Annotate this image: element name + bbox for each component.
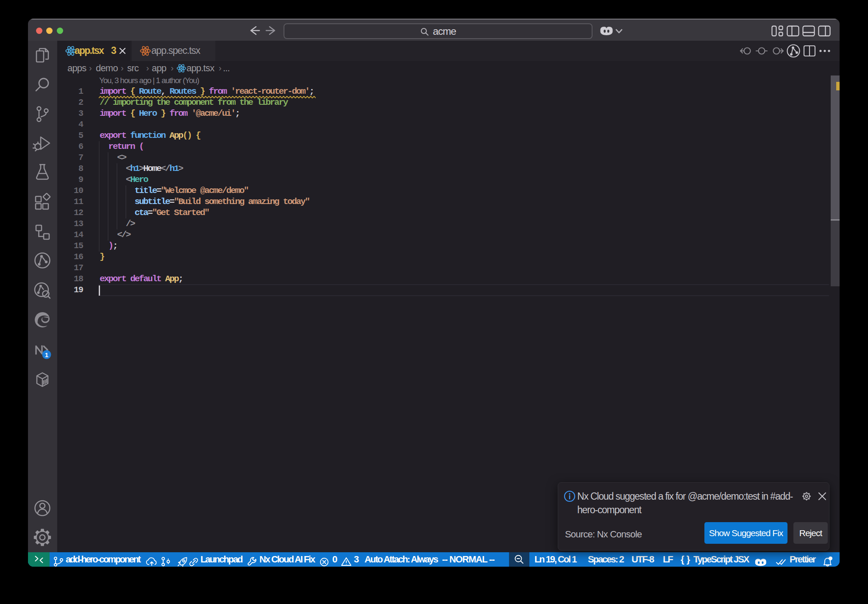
svg-text:1: 1 <box>45 351 48 358</box>
